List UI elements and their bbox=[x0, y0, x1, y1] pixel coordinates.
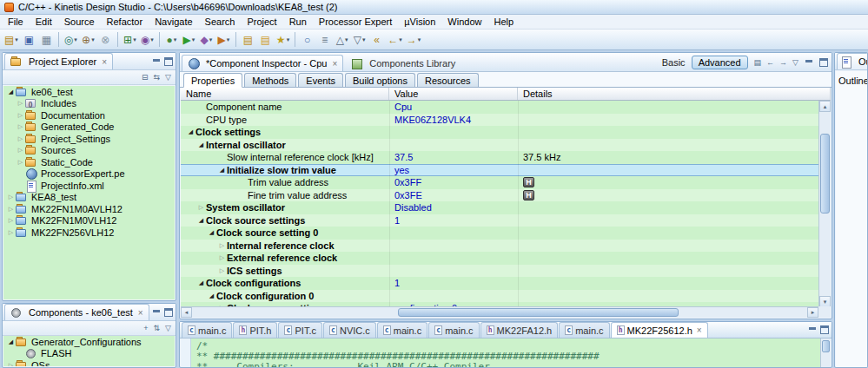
property-value[interactable]: yes bbox=[389, 164, 518, 177]
address-format-button[interactable]: H bbox=[523, 177, 534, 187]
previous-annotation-icon[interactable]: △▾ bbox=[334, 31, 350, 49]
maximize-icon[interactable] bbox=[820, 325, 829, 334]
property-row[interactable]: ▷ICS settings bbox=[181, 265, 818, 278]
project-item-mk22fn1m0avlh12[interactable]: ▷MK22FN1M0AVLH12 bbox=[3, 203, 175, 215]
advanced-mode-button[interactable]: Advanced bbox=[692, 56, 748, 69]
scrollbar-thumb[interactable] bbox=[398, 308, 679, 317]
scrollbar-thumb[interactable] bbox=[822, 340, 830, 352]
maximize-icon[interactable] bbox=[164, 57, 173, 66]
property-value[interactable] bbox=[389, 126, 518, 139]
project-item-processorexpert-pe[interactable]: ProcessorExpert.pe bbox=[3, 168, 175, 181]
project-item-mk22fn1m0vlh12[interactable]: ▷MK22FN1M0VLH12 bbox=[3, 215, 175, 227]
menu-refactor[interactable]: Refactor bbox=[101, 16, 149, 28]
menu-processor-expert[interactable]: Processor Expert bbox=[313, 16, 398, 28]
property-row[interactable]: ◢Clock configurations1 bbox=[181, 277, 818, 290]
property-row[interactable]: ▷Internal reference clock bbox=[181, 240, 818, 253]
editor-tab-nvic-c[interactable]: cNVIC.c bbox=[323, 322, 376, 338]
minimize-icon[interactable] bbox=[805, 58, 813, 67]
search-icon[interactable]: ○ bbox=[299, 31, 315, 49]
new-wizard-icon[interactable]: ▤▾ bbox=[3, 31, 20, 49]
sort-components-icon[interactable]: ⇅ bbox=[154, 324, 161, 332]
profile-icon[interactable]: ◆▾ bbox=[198, 31, 215, 49]
property-row[interactable]: ◢Clock source setting 0 bbox=[181, 227, 818, 240]
tab-methods[interactable]: Methods bbox=[244, 73, 296, 87]
maximize-icon[interactable] bbox=[819, 58, 828, 67]
menu-edit[interactable]: Edit bbox=[30, 16, 58, 28]
property-value[interactable]: Cpu bbox=[389, 101, 518, 114]
editor-tab-mk22fa12-h[interactable]: hMK22FA12.h bbox=[480, 322, 559, 338]
run-icon[interactable]: ▶▾ bbox=[181, 31, 197, 49]
pe-page-icon[interactable]: ▤ bbox=[754, 58, 762, 67]
property-value[interactable]: MKE06Z128VLK4 bbox=[389, 114, 518, 127]
twistie-icon[interactable]: ▷ bbox=[6, 229, 16, 236]
forward-icon[interactable]: → bbox=[779, 58, 787, 67]
debug-icon[interactable]: ●▾ bbox=[163, 31, 180, 49]
property-value[interactable]: 1 bbox=[389, 214, 518, 227]
menu-run[interactable]: Run bbox=[283, 16, 313, 28]
close-icon[interactable]: × bbox=[102, 57, 107, 67]
code-editor[interactable]: /*** ###################################… bbox=[181, 338, 820, 367]
editor-tab-main-c[interactable]: cmain.c bbox=[559, 322, 609, 338]
next-annotation-icon[interactable]: ▽▾ bbox=[351, 31, 368, 49]
twistie-icon[interactable]: ▷ bbox=[196, 204, 206, 211]
debug-configurations-icon[interactable]: ◎▾ bbox=[63, 31, 79, 49]
project-item-documentation[interactable]: ▷Documentation bbox=[3, 109, 175, 122]
property-row[interactable]: ◢Initialize slow trim valueyes bbox=[181, 164, 818, 177]
tab-resources[interactable]: Resources bbox=[417, 73, 479, 87]
tab-properties[interactable]: Properties bbox=[183, 73, 242, 88]
twistie-icon[interactable]: ▷ bbox=[16, 135, 25, 142]
property-value[interactable]: 0x3FF bbox=[389, 176, 518, 189]
column-header-name[interactable]: Name bbox=[181, 88, 389, 100]
menu-window[interactable]: Window bbox=[441, 16, 487, 28]
tab-build-options[interactable]: Build options bbox=[345, 73, 415, 87]
external-tools-icon[interactable]: ▶▾ bbox=[215, 31, 232, 49]
property-row[interactable]: ◢Internal oscillator bbox=[181, 139, 818, 152]
property-value[interactable]: Disabled bbox=[389, 201, 518, 214]
menu-navigate[interactable]: Navigate bbox=[149, 16, 198, 28]
project-item-mk22fn256vlh12[interactable]: ▷MK22FN256VLH12 bbox=[3, 227, 175, 239]
tab-component-inspector[interactable]: *Component Inspector - Cpu × bbox=[182, 55, 343, 71]
twistie-icon[interactable]: ◢ bbox=[217, 167, 227, 174]
project-tree[interactable]: ◢ke06_test▷Includes▷Documentation▷Genera… bbox=[3, 86, 175, 299]
view-menu-icon[interactable]: ▽ bbox=[165, 324, 171, 332]
property-value[interactable]: 1 bbox=[389, 277, 518, 290]
minimize-icon[interactable] bbox=[808, 325, 817, 334]
new-pe-component-icon[interactable]: ⊞▾ bbox=[122, 31, 138, 49]
vertical-scrollbar[interactable]: ▴ ▾ bbox=[818, 101, 831, 307]
property-table[interactable]: Component nameCpuCPU typeMKE06Z128VLK4◢C… bbox=[181, 101, 818, 307]
twistie-icon[interactable]: ▷ bbox=[217, 242, 227, 249]
property-value[interactable] bbox=[389, 139, 518, 152]
project-item-sources[interactable]: ▷Sources bbox=[3, 145, 175, 157]
menu-file[interactable]: File bbox=[2, 16, 30, 28]
property-row[interactable]: ◢Clock settings bbox=[181, 126, 818, 139]
menu-help[interactable]: Help bbox=[487, 16, 520, 28]
editor-tab-pit-c[interactable]: cPIT.c bbox=[278, 322, 321, 338]
scroll-up-icon[interactable]: ▴ bbox=[819, 101, 831, 112]
print-icon[interactable]: ▦ bbox=[38, 31, 55, 49]
collapse-all-icon[interactable]: ⊟ bbox=[142, 73, 149, 82]
property-row[interactable]: CPU typeMKE06Z128VLK4 bbox=[181, 114, 818, 127]
editor-scrollbar[interactable] bbox=[820, 338, 831, 367]
add-component-icon[interactable]: + bbox=[143, 324, 148, 332]
scroll-left-icon[interactable]: ◂ bbox=[181, 307, 192, 318]
component-item-generator-configurations[interactable]: ◢Generator_Configurations bbox=[3, 336, 175, 348]
twistie-icon[interactable]: ▷ bbox=[6, 194, 16, 200]
twistie-icon[interactable]: ▷ bbox=[16, 159, 25, 166]
menu-source[interactable]: Source bbox=[58, 16, 101, 28]
knife-icon[interactable]: ⊗ bbox=[97, 31, 114, 49]
twistie-icon[interactable]: ▷ bbox=[16, 123, 25, 130]
project-item-projectinfo-xml[interactable]: ProjectInfo.xml bbox=[3, 180, 175, 192]
project-item-project-settings[interactable]: ▷Project_Settings bbox=[3, 133, 175, 145]
project-item-includes[interactable]: ▷Includes bbox=[3, 98, 175, 110]
editor-tab-pit-h[interactable]: hPIT.h bbox=[233, 322, 277, 338]
tab-components[interactable]: Components - ke06_test × bbox=[4, 304, 149, 320]
close-icon[interactable]: × bbox=[332, 59, 337, 69]
property-row[interactable]: ▷External reference clock bbox=[181, 252, 818, 265]
twistie-icon[interactable]: ▷ bbox=[6, 362, 16, 366]
back-icon[interactable]: ←▾ bbox=[386, 31, 404, 49]
tab-project-explorer[interactable]: Project Explorer × bbox=[4, 53, 113, 69]
twistie-icon[interactable]: ◢ bbox=[6, 338, 16, 345]
menu-vision[interactable]: µVision bbox=[398, 16, 441, 28]
basic-mode-button[interactable]: Basic bbox=[662, 57, 686, 68]
twistie-icon[interactable]: ◢ bbox=[207, 292, 216, 299]
